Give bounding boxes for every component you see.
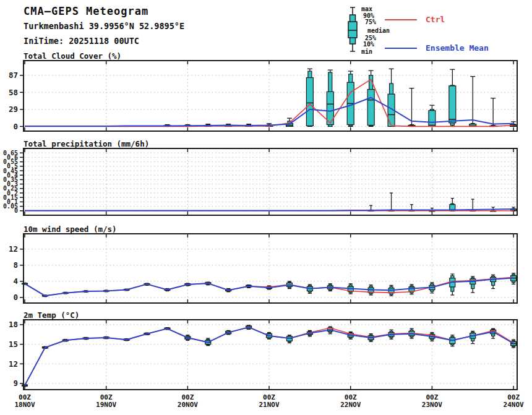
time-tick-label: 00Z22NOV [331,394,371,409]
y-tick-label: 87 [9,71,18,80]
y-tick-label: 0 [13,122,18,131]
meteogram-chart: 029588700.050.10.150.20.250.30.350.40.45… [0,0,532,415]
time-tick-label: 00Z23NOV [412,394,452,409]
grid: 9121518 [9,320,516,388]
boxes [164,69,517,126]
panel-frame [24,61,517,131]
time-tick-label: 00Z20NOV [168,394,207,409]
y-tick-label: 9 [13,379,18,388]
y-tick-label: 8 [13,260,18,270]
ensemble-mean-line [25,98,513,126]
y-tick-label: 0 [13,293,18,302]
y-tick-label: 4 [13,276,18,286]
temperature-plot: 9121518 [9,320,517,390]
time-tick-label: 00Z18NOV [5,394,45,409]
y-tick-label: 12 [9,244,18,254]
time-tick-label: 00Z19NOV [87,394,126,409]
grid: 00.050.10.150.20.250.30.350.40.450.50.55… [3,150,516,215]
y-tick-label: 12 [9,359,18,369]
y-tick-label: 29 [9,105,18,114]
grid: 0295887 [9,62,516,131]
time-axis-labels: 00Z18NOV00Z19NOV00Z20NOV00Z21NOV00Z22NOV… [0,394,532,413]
precipitation-plot: 00.050.10.150.20.250.30.350.40.450.50.55… [3,148,517,215]
y-tick-label: 18 [9,320,18,329]
time-tick-label: 00Z24NOV [494,394,532,409]
panel-frame [24,234,517,303]
ensemble-mean-line [25,209,513,211]
panel-frame [24,148,517,215]
y-tick-label: 15 [9,340,18,349]
y-tick-label: 0.65 [3,150,18,156]
cloud-cover-plot: 0295887 [9,61,517,131]
time-tick-label: 00Z21NOV [249,394,289,409]
y-tick-label: 58 [9,88,18,97]
wind-speed-plot: 04812 [9,234,517,303]
boxes [368,193,516,212]
meteogram-root: CMA—GEPS Meteogram Turkmenbashi 39.9956°… [0,0,532,415]
ensemble-mean-line [25,327,513,385]
panel-frame [24,320,517,390]
